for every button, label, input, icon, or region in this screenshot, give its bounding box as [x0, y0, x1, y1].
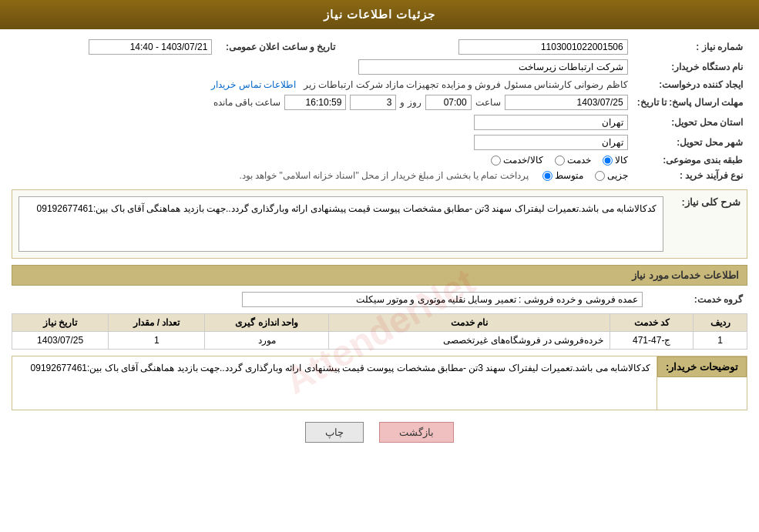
- page-wrapper: جزئیات اطلاعات نیاز شماره نیاز : تاریخ و…: [0, 0, 759, 532]
- info-table: شماره نیاز : تاریخ و ساعت اعلان عمومی: ن…: [12, 37, 747, 183]
- back-button[interactable]: بازگشت: [379, 422, 454, 443]
- radio-jozii[interactable]: [595, 171, 605, 181]
- services-table: ردیف کد خدمت نام خدمت واحد اندازه گیری ت…: [12, 313, 747, 350]
- cell-service-name: خرده‌فروشی در فروشگاه‌های غیرتخصصی: [328, 331, 610, 349]
- need-number-value: [355, 37, 632, 57]
- col-service-code: کد خدمت: [610, 313, 694, 331]
- services-table-wrapper: AttenderNet ردیف کد خدمت نام خدمت واحد ا…: [12, 313, 747, 350]
- page-header: جزئیات اطلاعات نیاز: [0, 0, 759, 29]
- buyer-name-label: نام دستگاه خریدار:: [633, 57, 747, 77]
- deadline-label: مهلت ارسال پاسخ: تا تاریخ:: [633, 92, 747, 112]
- table-row: نوع فرآیند خرید : متوسط جزیی: [12, 168, 747, 183]
- deadline-days-input[interactable]: [350, 95, 396, 110]
- city-input[interactable]: [474, 135, 628, 150]
- col-quantity: تعداد / مقدار: [109, 313, 205, 331]
- creator-label: ایجاد کننده درخواست:: [633, 77, 747, 92]
- service-group-table: گروه خدمت:: [12, 289, 747, 309]
- purchase-note: پرداخت تمام یا بخشی از مبلغ خریدار از مح…: [239, 170, 528, 181]
- purchase-type-radio-group: متوسط جزیی: [542, 170, 628, 181]
- table-row: شهر محل تحویل:: [12, 132, 747, 152]
- category-kala-khedmat-label: کالا/خدمت: [503, 155, 542, 166]
- button-row: بازگشت چاپ: [12, 422, 747, 443]
- need-number-input[interactable]: [458, 39, 628, 55]
- description-label: شرح کلی نیاز:: [671, 196, 741, 208]
- radio-motavaset[interactable]: [542, 171, 552, 181]
- purchase-jozii[interactable]: جزیی: [595, 170, 628, 181]
- cell-quantity: 1: [109, 331, 205, 349]
- services-section-title: اطلاعات خدمات مورد نیاز: [12, 265, 747, 286]
- category-radio-group: کالا/خدمت خدمت کالا: [16, 155, 628, 166]
- purchase-motavaset-label: متوسط: [555, 170, 583, 181]
- header-title: جزئیات اطلاعات نیاز: [324, 8, 435, 21]
- table-row: ایجاد کننده درخواست: کاظم رضوانی کارشناس…: [12, 77, 747, 92]
- radio-kala-khedmat[interactable]: [491, 156, 501, 166]
- purchase-motavaset[interactable]: متوسط: [542, 170, 583, 181]
- header-row: ردیف کد خدمت نام خدمت واحد اندازه گیری ت…: [12, 313, 747, 331]
- cell-unit: مورد: [205, 331, 328, 349]
- col-date: تاریخ نیاز: [12, 313, 109, 331]
- deadline-remaining-input[interactable]: [284, 95, 346, 110]
- category-khedmat[interactable]: خدمت: [555, 155, 591, 166]
- category-kala-khedmat[interactable]: کالا/خدمت: [491, 155, 542, 166]
- table-row: طبقه بندی موضوعی: کالا/خدمت خدمت کالا: [12, 152, 747, 168]
- buyer-name-input[interactable]: [358, 59, 628, 75]
- province-input[interactable]: [474, 115, 628, 130]
- table-row: شماره نیاز : تاریخ و ساعت اعلان عمومی:: [12, 37, 747, 57]
- need-number-label: شماره نیاز :: [633, 37, 747, 57]
- buyer-description-textarea[interactable]: کدکالاشابه می باشد.تعمیرات لیفتراک سهند …: [12, 356, 657, 410]
- city-label: شهر محل تحویل:: [633, 132, 747, 152]
- main-content: شماره نیاز : تاریخ و ساعت اعلان عمومی: ن…: [0, 29, 759, 462]
- col-service-name: نام خدمت: [328, 313, 610, 331]
- announce-datetime-input[interactable]: [89, 39, 212, 55]
- creator-name: کاظم رضوانی کارشناس مسئول فروش و مزایده …: [304, 79, 628, 90]
- table-row: گروه خدمت:: [12, 289, 747, 309]
- description-section: شرح کلی نیاز: کدکالاشابه می باشد.تعمیرات…: [12, 189, 747, 259]
- description-textarea[interactable]: کدکالاشابه می باشد.تعمیرات لیفتراک سهند …: [18, 196, 663, 252]
- purchase-type-label: نوع فرآیند خرید :: [633, 168, 747, 183]
- radio-khedmat[interactable]: [555, 156, 565, 166]
- province-label: استان محل تحویل:: [633, 112, 747, 132]
- service-group-input[interactable]: [242, 292, 643, 307]
- table-row: نام دستگاه خریدار:: [12, 57, 747, 77]
- cell-rownum: 1: [694, 331, 747, 349]
- announce-datetime-value: [12, 37, 217, 57]
- table-row: 1 ج-47-471 خرده‌فروشی در فروشگاه‌های غیر…: [12, 331, 747, 349]
- radio-kala[interactable]: [603, 156, 613, 166]
- remaining-label: ساعت باقی مانده: [213, 97, 281, 108]
- category-kala[interactable]: کالا: [603, 155, 628, 166]
- cell-date: 1403/07/25: [12, 331, 109, 349]
- table-row: مهلت ارسال پاسخ: تا تاریخ: ساعت روز و سا…: [12, 92, 747, 112]
- deadline-date-input[interactable]: [505, 95, 628, 110]
- category-kala-label: کالا: [615, 155, 628, 166]
- creator-contact-link[interactable]: اطلاعات تماس خریدار: [211, 79, 296, 90]
- cell-service-code: ج-47-471: [610, 331, 694, 349]
- col-unit: واحد اندازه گیری: [205, 313, 328, 331]
- services-table-header: ردیف کد خدمت نام خدمت واحد اندازه گیری ت…: [12, 313, 747, 331]
- day-label: روز و: [400, 97, 421, 108]
- deadline-time-input[interactable]: [425, 95, 472, 110]
- purchase-jozii-label: جزیی: [607, 170, 628, 181]
- category-khedmat-label: خدمت: [567, 155, 591, 166]
- buyer-description-section: توضیحات خریدار: کدکالاشابه می باشد.تعمیر…: [12, 356, 747, 411]
- services-table-body: 1 ج-47-471 خرده‌فروشی در فروشگاه‌های غیر…: [12, 331, 747, 349]
- service-group-label: گروه خدمت:: [647, 289, 747, 309]
- time-label: ساعت: [475, 97, 501, 108]
- buyer-description-label: توضیحات خریدار:: [657, 356, 747, 377]
- category-label: طبقه بندی موضوعی:: [633, 152, 747, 168]
- table-row: استان محل تحویل:: [12, 112, 747, 132]
- announce-datetime-label: تاریخ و ساعت اعلان عمومی:: [217, 37, 340, 57]
- col-rownum: ردیف: [694, 313, 747, 331]
- print-button[interactable]: چاپ: [305, 422, 364, 443]
